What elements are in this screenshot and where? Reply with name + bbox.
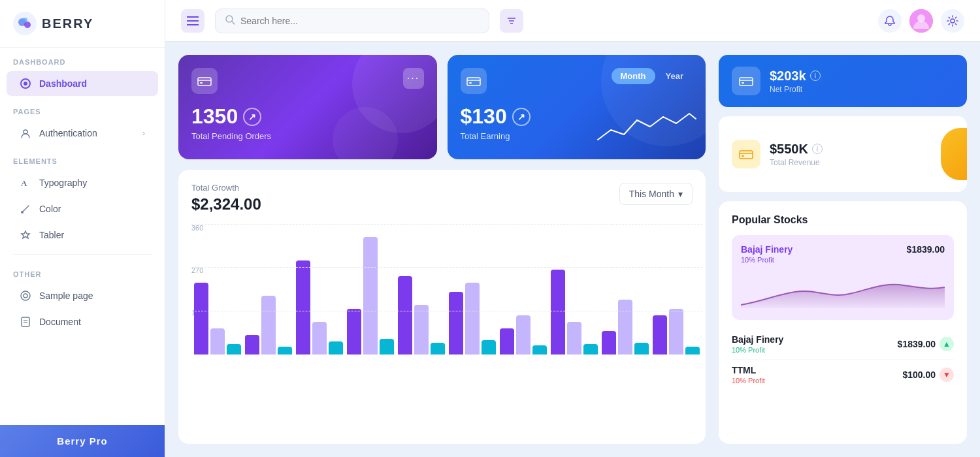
svg-text:A: A [21, 178, 27, 188]
net-profit-card: $203k i Net Profit [719, 55, 967, 107]
svg-point-10 [24, 294, 27, 298]
sidebar-item-typography[interactable]: A Typography [7, 170, 158, 195]
bar-group-7 [500, 315, 547, 355]
settings-button[interactable] [941, 9, 964, 33]
bar-teal [380, 339, 394, 355]
bar-group-6 [449, 283, 496, 355]
sidebar-item-color[interactable]: Color [7, 197, 158, 221]
bar-teal [227, 344, 241, 355]
card-header-pending: ··· [191, 68, 424, 94]
bar-group-8 [551, 270, 598, 355]
this-month-label: This Month [629, 189, 674, 199]
growth-value: $2,324.00 [191, 195, 261, 213]
bar-light [363, 237, 378, 355]
total-revenue-card: $550K i Total Revenue [719, 116, 967, 192]
stock-1-profit: 10% Profit [732, 346, 783, 354]
revenue-label: Total Revenue [770, 158, 823, 167]
bar-group-4 [347, 237, 394, 355]
sidebar-item-dashboard[interactable]: Dashboard [7, 71, 158, 96]
bar-light [567, 322, 581, 355]
avatar[interactable] [909, 9, 933, 33]
featured-stock-chart: Bajaj Finery 10% Profit $1839.00 [732, 235, 954, 320]
sidebar-item-sample-page[interactable]: Sample page [7, 283, 158, 308]
sidebar-item-authentication[interactable]: Authentication › [7, 121, 158, 146]
up-arrow-icon: ↗ [243, 108, 261, 126]
up-arrow-earning-icon: ↗ [512, 108, 531, 126]
bar-teal [278, 347, 292, 355]
bar-purple [245, 335, 259, 355]
up-badge-1: ▲ [939, 337, 954, 351]
svg-point-5 [24, 82, 27, 86]
card-icon-pending [191, 68, 218, 94]
bar-purple [551, 270, 565, 355]
info-icon[interactable]: i [810, 71, 821, 81]
svg-rect-11 [22, 317, 29, 326]
right-column: $203k i Net Profit $550K i Total Revenue [719, 55, 967, 444]
bar-purple [500, 328, 514, 355]
growth-chart-card: Total Growth $2,324.00 This Month ▾ 360 … [178, 170, 706, 444]
hamburger-icon [187, 16, 199, 25]
sidebar-item-label-auth: Authentication [39, 128, 97, 138]
card-wallet-icon [197, 76, 212, 86]
svg-point-24 [951, 19, 955, 23]
featured-stock-profit: 10% Profit [741, 256, 792, 264]
grid-line-top [191, 224, 702, 225]
gear-icon [947, 15, 958, 27]
svg-rect-30 [469, 82, 472, 84]
stock-2-price: $100.00 ▼ [902, 368, 954, 382]
bar-teal [685, 347, 700, 355]
grid-line-mid1 [191, 267, 702, 268]
popular-stocks-card: Popular Stocks Bajaj Finery 10% Profit $… [719, 201, 967, 444]
month-button[interactable]: Month [612, 68, 655, 84]
sidebar-item-document[interactable]: Document [7, 309, 158, 334]
growth-title: Total Growth [191, 183, 261, 193]
featured-stock-name-group: Bajaj Finery 10% Profit [741, 244, 792, 264]
sidebar-divider [13, 254, 152, 255]
bar-group-1 [194, 283, 241, 355]
yellow-shape-decoration [941, 128, 967, 180]
svg-point-8 [21, 211, 24, 213]
sidebar-item-label-typography: Typography [39, 178, 87, 188]
menu-toggle-button[interactable] [181, 9, 204, 33]
content-area: ··· 1350 ↗ Total Pending Orders [165, 42, 980, 457]
filter-icon [506, 16, 517, 26]
sidebar-item-tabler[interactable]: Tabler [7, 223, 158, 247]
svg-rect-36 [742, 155, 744, 157]
berry-logo-icon [13, 12, 37, 35]
bar-light [210, 328, 225, 355]
info-icon-revenue[interactable]: i [812, 144, 823, 154]
card-menu-button[interactable]: ··· [403, 68, 424, 89]
this-month-button[interactable]: This Month ▾ [619, 183, 693, 205]
mini-chart [595, 107, 699, 146]
stock-1-info: Bajaj Finery 10% Profit [732, 334, 783, 354]
sample-page-icon [20, 290, 31, 302]
month-year-toggle: Month Year [612, 68, 693, 84]
bar-teal [583, 344, 598, 355]
filter-button[interactable] [500, 9, 523, 33]
bar-light [414, 305, 429, 355]
grid-line-mid2 [191, 311, 702, 311]
year-button[interactable]: Year [657, 68, 693, 84]
stock-1-name: Bajaj Finery [732, 334, 783, 345]
svg-rect-33 [742, 82, 744, 84]
stock-2-profit: 10% Profit [732, 377, 765, 385]
bar-light [618, 300, 632, 355]
sidebar-section-dashboard: Dashboard Dashboard [0, 48, 165, 97]
sidebar-section-elements: Elements A Typography Color Tabler [0, 147, 165, 249]
bell-icon [884, 15, 896, 27]
bar-group-2 [245, 296, 292, 355]
bar-group-10 [653, 309, 700, 355]
search-input[interactable] [240, 16, 480, 26]
revenue-icon-box [732, 140, 760, 168]
wallet-icon [739, 76, 753, 86]
pending-orders-label: Total Pending Orders [191, 131, 424, 141]
color-icon [20, 203, 31, 215]
notification-button[interactable] [878, 9, 902, 33]
bar-group-5 [398, 276, 445, 355]
svg-point-3 [22, 18, 27, 23]
berry-pro-button[interactable]: Berry Pro [0, 425, 165, 457]
net-profit-value: $203k i [770, 69, 821, 84]
sidebar-item-label-sample: Sample page [39, 291, 93, 301]
wallet-yellow-icon [739, 149, 753, 159]
stock-chart-header: Bajaj Finery 10% Profit $1839.00 [741, 244, 945, 264]
